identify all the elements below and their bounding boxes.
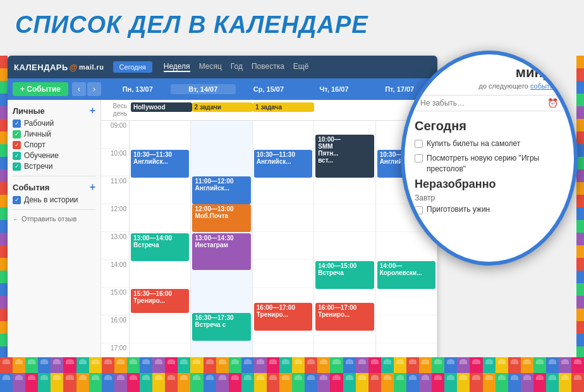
time-col: 09:00 10:00 11:00 12:00 13:00 14:00 15:0… [101, 121, 130, 378]
sidebar-label-obuchenie: Обучение [24, 151, 59, 160]
day-header-thu[interactable]: Чт, 16/07 [301, 84, 367, 94]
lego-cell [140, 357, 152, 373]
sidebar-item-vstrechi[interactable]: ✓ Встречи [13, 162, 95, 171]
sidebar-item-lichniy[interactable]: ✓ Личный [13, 130, 95, 138]
send-feedback-link[interactable]: ← Отправить отзыв [13, 215, 95, 223]
sidebar-item-obuchenie[interactable]: ✓ Обучение [13, 151, 95, 160]
lego-cell [343, 373, 356, 392]
checkbox-den-v-istorii[interactable]: ✓ [13, 196, 21, 204]
lego-cell [89, 373, 102, 392]
event-wed-english[interactable]: 10:30—11:30Английск... [254, 150, 312, 178]
lego-cell [178, 357, 190, 373]
task-text-2: Посмотреть новую серию "Игры престолов" [427, 153, 564, 175]
feedback-label: Отправить отзыв [21, 215, 76, 223]
event-thu-vstrecha[interactable]: 14:00—15:00Встреча [315, 261, 374, 289]
time-slot-900: 09:00 [101, 121, 129, 149]
checkbox-vstrechi[interactable]: ✓ [13, 162, 21, 171]
allday-event-hollywood[interactable]: Hollywood [131, 102, 192, 112]
lego-cell [317, 373, 330, 392]
event-tue-instagram[interactable]: 13:00—14:30Инстаграм [192, 233, 250, 270]
add-events-calendar-button[interactable]: + [90, 181, 95, 193]
nav-today-button[interactable]: Сегодня [113, 61, 152, 73]
task-checkbox-2[interactable] [415, 154, 423, 162]
lego-cell [178, 373, 190, 392]
checkbox-sport[interactable]: ✓ [13, 141, 21, 149]
nav-link-year[interactable]: Год [231, 62, 243, 72]
day-header-tue[interactable]: Вт, 14/07 [171, 84, 236, 94]
allday-col-mon: Hollywood [131, 102, 192, 118]
lego-cell [216, 357, 229, 373]
lego-cell [432, 373, 444, 392]
sidebar-item-sport[interactable]: ✓ Спорт [13, 140, 95, 149]
lego-cell [241, 357, 254, 373]
sidebar-item-rabochiy[interactable]: ✓ Рабочий [13, 119, 95, 128]
add-personal-calendar-button[interactable]: + [90, 105, 95, 116]
lego-cell [496, 357, 508, 373]
lego-cell [279, 357, 292, 373]
nav-links: Неделя Месяц Год Повестка Ещё [164, 62, 309, 72]
lego-cell [356, 373, 368, 392]
nav-link-agenda[interactable]: Повестка [252, 62, 284, 72]
lego-cell [406, 357, 419, 373]
popup-event-link[interactable]: события [530, 82, 557, 90]
event-fri-korolevski[interactable]: 14:00—Королевски... [377, 261, 435, 289]
lego-cell [483, 357, 496, 373]
brand-text: КАЛЕНДАРЬ [14, 63, 68, 72]
sidebar-item-den-v-istorii[interactable]: ✓ День в истории [13, 195, 95, 204]
prev-week-button[interactable]: ‹ [72, 82, 86, 96]
lego-cell [483, 373, 496, 392]
event-tue-english[interactable]: 11:00—12:00Английск... [192, 176, 250, 204]
sidebar-divider [13, 176, 95, 176]
lego-cell [204, 373, 216, 392]
todo-input[interactable] [420, 99, 544, 107]
next-week-button[interactable]: › [87, 82, 101, 96]
popup-input-row: ⏰ [415, 95, 564, 111]
task-checkbox-tomorrow-1[interactable] [415, 206, 423, 214]
lego-cell [13, 373, 25, 392]
event-thu-smm[interactable]: 10:00—SMMПятн...вст... [315, 135, 374, 178]
lego-cell [330, 373, 343, 392]
lego-cell [571, 357, 584, 373]
lego-cell [368, 373, 381, 392]
sidebar-label-rabochiy: Рабочий [24, 119, 54, 128]
cal-body: Личные + ✓ Рабочий ✓ Личный ✓ Спорт [8, 100, 437, 378]
day-header-wed[interactable]: Ср, 15/07 [236, 84, 301, 94]
event-tue-vstrecha[interactable]: 16:30—17:30Встреча с [192, 313, 250, 341]
lego-cell [292, 357, 305, 373]
event-tue-mobpochta[interactable]: 12:00—13:00Моб.Почта [192, 204, 250, 232]
lego-cell [279, 373, 292, 392]
lego-cell [63, 373, 76, 392]
checkbox-obuchenie[interactable]: ✓ [13, 152, 21, 160]
nav-link-month[interactable]: Месяц [199, 62, 222, 72]
lego-cell [63, 357, 76, 373]
lego-cell [76, 357, 89, 373]
lego-cell [381, 373, 394, 392]
day-header-mon[interactable]: Пн, 13/07 [105, 84, 171, 94]
new-event-button[interactable]: + Событие [13, 82, 68, 96]
task-checkbox-1[interactable] [415, 140, 423, 148]
lego-cell [38, 357, 51, 373]
allday-event-1zadacha[interactable]: 1 задача [253, 102, 314, 112]
nav-link-more[interactable]: Ещё [293, 62, 309, 72]
checkbox-rabochiy[interactable]: ✓ [13, 119, 21, 128]
lego-cell [292, 373, 305, 392]
event-mon-vstrecha[interactable]: 13:00—14:00Встреча [131, 233, 189, 261]
lego-cell [267, 357, 279, 373]
event-mon-english[interactable]: 10:30—11:30Английск... [131, 150, 189, 178]
lego-cell [25, 357, 38, 373]
lego-cell [51, 373, 63, 392]
nav-link-week[interactable]: Неделя [164, 62, 190, 72]
checkbox-lichniy[interactable]: ✓ [13, 130, 21, 138]
day-col-tue: 11:00—12:00Английск... 12:00—13:00Моб.По… [191, 121, 252, 378]
lego-cell [508, 357, 521, 373]
sidebar-footer: ← Отправить отзыв [13, 215, 95, 223]
allday-event-2zadachi[interactable]: 2 задачи [192, 102, 253, 112]
event-mon-treniro[interactable]: 15:30—16:00Трениро... [131, 289, 189, 313]
popup-subtitle: до следующего события [415, 82, 564, 90]
lego-cell [457, 373, 470, 392]
lego-left-strip [0, 56, 8, 378]
event-wed-treniro[interactable]: 16:00—17:00Трениро... [254, 303, 312, 331]
time-grid: 09:00 10:00 11:00 12:00 13:00 14:00 15:0… [101, 121, 437, 378]
lego-cell [102, 373, 114, 392]
event-thu-treniro[interactable]: 16:00—17:00Трениро... [315, 303, 374, 331]
